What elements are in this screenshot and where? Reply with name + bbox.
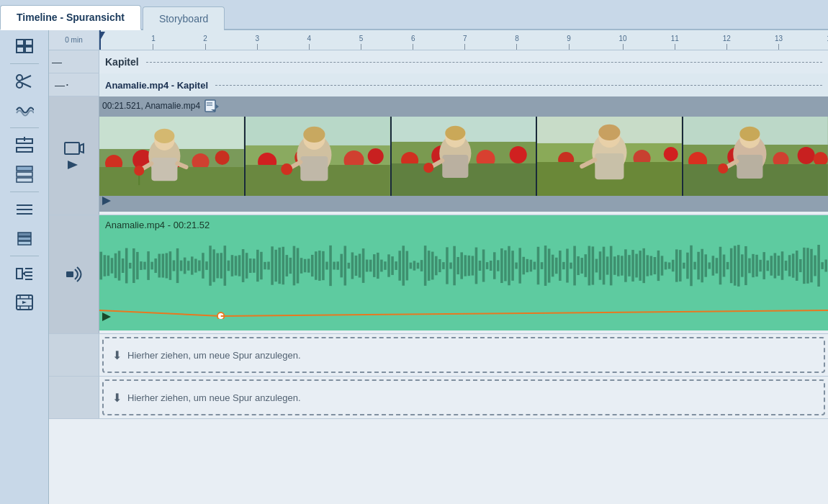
video-track-header bbox=[49, 96, 99, 215]
svg-rect-115 bbox=[107, 256, 110, 276]
svg-rect-151 bbox=[238, 255, 241, 276]
drop-zone-2[interactable]: ⬇ Hierher ziehen, um neue Spur anzulegen… bbox=[49, 377, 828, 419]
svg-rect-108 bbox=[737, 155, 762, 179]
svg-rect-266 bbox=[657, 251, 660, 281]
ruler-offset: 0 min bbox=[49, 30, 99, 50]
svg-point-68 bbox=[303, 127, 325, 143]
svg-rect-310 bbox=[817, 245, 820, 287]
svg-point-81 bbox=[445, 126, 465, 140]
svg-rect-141 bbox=[202, 253, 204, 279]
filmstrip-frame bbox=[246, 117, 392, 196]
svg-rect-208 bbox=[446, 247, 449, 284]
svg-rect-234 bbox=[541, 262, 544, 269]
kapitel-sub-content: Anamalie.mp4 - Kapitel bbox=[99, 73, 828, 96]
svg-rect-243 bbox=[573, 246, 576, 286]
svg-rect-263 bbox=[647, 255, 649, 276]
svg-point-71 bbox=[281, 163, 292, 175]
svg-rect-194 bbox=[395, 261, 397, 270]
video-track: 00:21.521, Anamalie.mp4 bbox=[49, 96, 828, 215]
svg-rect-215 bbox=[472, 256, 474, 275]
svg-marker-42 bbox=[216, 104, 219, 109]
svg-rect-241 bbox=[566, 248, 569, 282]
audio-track-header bbox=[49, 215, 99, 333]
divider bbox=[10, 63, 39, 64]
svg-rect-303 bbox=[792, 253, 795, 277]
video-info: 00:21.521, Anamalie.mp4 bbox=[102, 99, 219, 112]
kapitel-header: — bbox=[49, 50, 99, 73]
svg-rect-202 bbox=[424, 246, 427, 286]
svg-rect-247 bbox=[588, 246, 591, 286]
video-track-content: 00:21.521, Anamalie.mp4 bbox=[99, 96, 828, 212]
drop-zone-1[interactable]: ⬇ Hierher ziehen, um neue Spur anzulegen… bbox=[49, 334, 828, 377]
svg-rect-9 bbox=[17, 148, 32, 152]
tile-icon[interactable] bbox=[9, 161, 40, 187]
svg-rect-13 bbox=[17, 172, 32, 176]
svg-rect-292 bbox=[752, 254, 755, 277]
svg-rect-168 bbox=[300, 258, 303, 274]
svg-rect-304 bbox=[796, 251, 798, 281]
svg-point-84 bbox=[423, 163, 433, 173]
tracks-container: — Kapitel — • Anamalie.mp4 - Kapitel bbox=[49, 50, 828, 504]
kapitel-track: — Kapitel bbox=[49, 50, 828, 73]
timeline-area: 0 min 1234567891011121314 — Kapitel bbox=[49, 30, 828, 504]
svg-rect-259 bbox=[631, 250, 634, 282]
main-area: 0 min 1234567891011121314 — Kapitel bbox=[0, 30, 828, 504]
wave-icon[interactable] bbox=[9, 97, 40, 123]
svg-rect-114 bbox=[104, 255, 107, 276]
drop-zone-content-2[interactable]: ⬇ Hierher ziehen, um neue Spur anzulegen… bbox=[102, 379, 825, 415]
svg-rect-195 bbox=[398, 251, 401, 280]
filmstrip-frame bbox=[537, 117, 683, 196]
divider bbox=[10, 256, 39, 256]
svg-rect-118 bbox=[118, 251, 121, 280]
divider bbox=[10, 192, 39, 192]
svg-rect-137 bbox=[187, 261, 190, 270]
filmstrip bbox=[99, 117, 828, 196]
svg-rect-197 bbox=[406, 251, 409, 281]
layers-icon[interactable] bbox=[9, 197, 40, 222]
grid-icon[interactable] bbox=[9, 33, 40, 59]
svg-rect-54 bbox=[151, 158, 177, 181]
svg-rect-129 bbox=[158, 254, 161, 278]
svg-rect-162 bbox=[278, 248, 281, 284]
audio-icon bbox=[65, 266, 84, 282]
svg-rect-189 bbox=[377, 253, 379, 279]
svg-rect-301 bbox=[785, 261, 788, 271]
scissors-icon[interactable] bbox=[9, 68, 40, 94]
frame-ctrl-icon[interactable] bbox=[9, 289, 40, 315]
svg-rect-290 bbox=[744, 246, 747, 285]
svg-rect-20 bbox=[18, 241, 31, 245]
tab-storyboard[interactable]: Storyboard bbox=[143, 6, 225, 30]
svg-rect-146 bbox=[220, 253, 222, 279]
svg-rect-300 bbox=[781, 251, 784, 279]
svg-rect-203 bbox=[428, 251, 431, 281]
svg-rect-237 bbox=[552, 255, 554, 277]
stack-icon[interactable] bbox=[9, 225, 40, 251]
svg-rect-218 bbox=[482, 249, 485, 282]
svg-rect-192 bbox=[387, 254, 390, 276]
svg-rect-140 bbox=[198, 261, 201, 271]
add-track-icon[interactable] bbox=[9, 132, 40, 158]
svg-point-64 bbox=[367, 148, 383, 164]
svg-rect-262 bbox=[642, 248, 645, 283]
svg-rect-181 bbox=[348, 263, 351, 269]
svg-rect-19 bbox=[18, 237, 31, 240]
svg-rect-12 bbox=[17, 166, 32, 171]
svg-rect-183 bbox=[355, 256, 358, 276]
svg-rect-117 bbox=[114, 253, 117, 278]
svg-rect-299 bbox=[778, 256, 780, 276]
svg-rect-295 bbox=[762, 252, 765, 279]
svg-rect-224 bbox=[504, 251, 507, 282]
svg-point-107 bbox=[739, 127, 760, 141]
svg-rect-308 bbox=[810, 249, 813, 282]
timeline-ctrl-icon[interactable] bbox=[9, 261, 40, 287]
svg-rect-124 bbox=[140, 261, 143, 270]
svg-rect-214 bbox=[468, 256, 471, 276]
svg-rect-198 bbox=[410, 263, 413, 269]
svg-rect-187 bbox=[369, 260, 372, 272]
ruler: 0 min 1234567891011121314 bbox=[49, 30, 828, 50]
drop-zone-content-1[interactable]: ⬇ Hierher ziehen, um neue Spur anzulegen… bbox=[102, 337, 825, 373]
svg-rect-216 bbox=[475, 248, 478, 284]
playhead[interactable] bbox=[99, 30, 101, 50]
tab-timeline[interactable]: Timeline - Spuransicht bbox=[0, 5, 141, 30]
svg-rect-173 bbox=[318, 251, 321, 281]
